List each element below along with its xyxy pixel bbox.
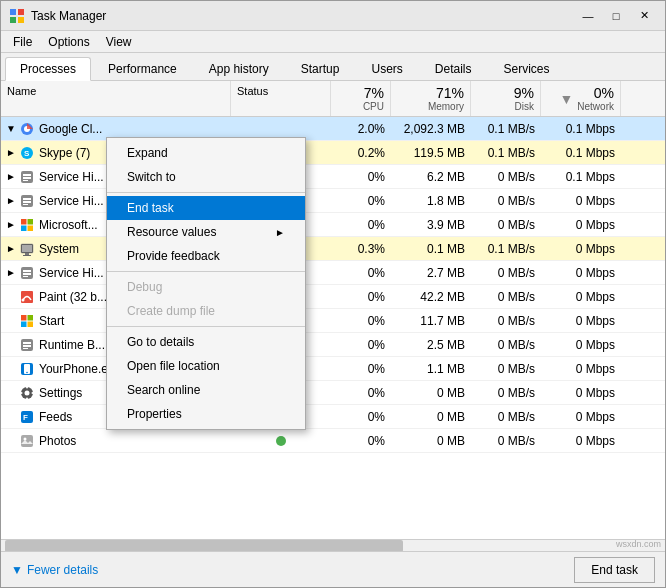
ctx-separator-2 (107, 271, 305, 272)
expand-icon[interactable] (5, 411, 17, 423)
minimize-button[interactable]: — (575, 6, 601, 26)
process-disk: 0 MB/s (471, 360, 541, 378)
table-row[interactable]: ▼ Google Cl... 2.0% 2,092.3 MB 0.1 MB/s … (1, 117, 665, 141)
scrollbar-thumb[interactable] (5, 540, 403, 551)
tab-processes[interactable]: Processes (5, 57, 91, 81)
process-disk: 0 MB/s (471, 192, 541, 210)
table-row[interactable]: ► Service Hi... 0% 6.2 MB 0 MB/s (1, 165, 665, 189)
tab-app-history[interactable]: App history (194, 57, 284, 80)
expand-icon[interactable]: ► (5, 171, 17, 183)
process-memory: 6.2 MB (391, 168, 471, 186)
expand-icon[interactable] (5, 339, 17, 351)
expand-icon[interactable]: ► (5, 219, 17, 231)
process-network: 0.1 Mbps (541, 120, 621, 138)
maximize-button[interactable]: □ (603, 6, 629, 26)
process-network: 0 Mbps (541, 192, 621, 210)
expand-icon[interactable] (5, 387, 17, 399)
menu-options[interactable]: Options (40, 33, 97, 51)
col-header-memory[interactable]: 71% Memory (391, 81, 471, 116)
svg-rect-10 (23, 177, 31, 179)
process-name: Runtime B... (39, 338, 105, 352)
tab-details[interactable]: Details (420, 57, 487, 80)
process-name: Microsoft... (39, 218, 98, 232)
table-row[interactable]: ► Microsoft... 0% 3.9 MB 0 MB/s (1, 213, 665, 237)
col-header-status[interactable]: Status (231, 81, 331, 116)
svg-rect-11 (23, 180, 28, 181)
fewer-details-button[interactable]: ▼ Fewer details (11, 563, 98, 577)
expand-icon[interactable] (5, 435, 17, 447)
process-name: Photos (39, 434, 76, 448)
ctx-end-task[interactable]: End task (107, 196, 305, 220)
ctx-open-file-location[interactable]: Open file location (107, 354, 305, 378)
ctx-create-dump: Create dump file (107, 299, 305, 323)
ctx-resource-values[interactable]: Resource values ► (107, 220, 305, 244)
end-task-button[interactable]: End task (574, 557, 655, 583)
process-disk: 0.1 MB/s (471, 240, 541, 258)
expand-icon[interactable] (5, 291, 17, 303)
process-network: 0 Mbps (541, 216, 621, 234)
ctx-go-to-details[interactable]: Go to details (107, 330, 305, 354)
expand-icon[interactable]: ► (5, 147, 17, 159)
process-network: 0 Mbps (541, 312, 621, 330)
table-row[interactable]: ► S Skype (7) 0.2% 119.5 MB 0.1 MB/s 0.1… (1, 141, 665, 165)
svg-rect-21 (25, 253, 29, 255)
ctx-debug: Debug (107, 275, 305, 299)
table-row[interactable]: ► Service Hi... 0% 1.8 MB 0 MB/s (1, 189, 665, 213)
scrollbar-track[interactable] (1, 540, 665, 551)
tab-startup[interactable]: Startup (286, 57, 355, 80)
table-row[interactable]: Runtime B... 0% 2.5 MB 0 MB/s 0 Mbps (1, 333, 665, 357)
tab-users[interactable]: Users (356, 57, 417, 80)
menu-file[interactable]: File (5, 33, 40, 51)
ctx-provide-feedback[interactable]: Provide feedback (107, 244, 305, 268)
expand-icon[interactable]: ► (5, 195, 17, 207)
table-row[interactable]: F Feeds 0% 0 MB 0 MB/s 0 Mbps (1, 405, 665, 429)
process-memory: 0 MB (391, 384, 471, 402)
table-row[interactable]: Photos 0% 0 MB 0 MB/s 0 Mbps (1, 429, 665, 453)
col-header-disk[interactable]: 9% Disk (471, 81, 541, 116)
title-bar: Task Manager — □ ✕ (1, 1, 665, 31)
expand-icon[interactable] (5, 363, 17, 375)
expand-icon[interactable]: ► (5, 267, 17, 279)
table-row[interactable]: Paint (32 b... 0% 42.2 MB 0 MB/s 0 Mbps (1, 285, 665, 309)
table-row[interactable]: ► Service Hi... 0% 2.7 MB 0 MB/s (1, 261, 665, 285)
process-name: Service Hi... (39, 194, 104, 208)
ctx-switch-to[interactable]: Switch to (107, 165, 305, 189)
svg-rect-36 (23, 345, 31, 347)
ctx-properties[interactable]: Properties (107, 402, 305, 426)
ctx-search-online[interactable]: Search online (107, 378, 305, 402)
ctx-separator-3 (107, 326, 305, 327)
process-cpu: 0% (331, 192, 391, 210)
svg-rect-19 (28, 225, 34, 231)
col-header-cpu[interactable]: 7% CPU (331, 81, 391, 116)
process-name: System (39, 242, 79, 256)
title-controls: — □ ✕ (575, 6, 657, 26)
process-disk: 0 MB/s (471, 264, 541, 282)
process-icon (19, 385, 35, 401)
table-row[interactable]: ► System 0.3% 0.1 MB 0.1 MB/s 0 (1, 237, 665, 261)
process-memory: 0.1 MB (391, 240, 471, 258)
horizontal-scrollbar[interactable] (1, 539, 665, 551)
table-row[interactable]: YourPhone.exe (2) 0% 1.1 MB 0 MB/s 0 Mbp… (1, 357, 665, 381)
table-row[interactable]: Settings 0% 0 MB 0 MB/s 0 Mbps (1, 381, 665, 405)
ctx-submenu-arrow: ► (275, 227, 285, 238)
process-status (231, 127, 331, 131)
process-disk: 0 MB/s (471, 408, 541, 426)
col-header-name[interactable]: Name (1, 81, 231, 116)
tab-services[interactable]: Services (489, 57, 565, 80)
table-row[interactable]: Start 0% 11.7 MB 0 MB/s 0 Mbps (1, 309, 665, 333)
svg-rect-49 (21, 435, 33, 447)
process-disk: 0 MB/s (471, 336, 541, 354)
process-memory: 2.7 MB (391, 264, 471, 282)
svg-rect-31 (28, 315, 34, 321)
col-header-network[interactable]: ▼ 0% Network (541, 81, 621, 116)
tab-performance[interactable]: Performance (93, 57, 192, 80)
table-area: Name Status 7% CPU 71% Memory 9% Disk ▼ (1, 81, 665, 551)
expand-icon[interactable]: ▼ (5, 123, 17, 135)
svg-rect-14 (23, 201, 31, 203)
ctx-expand[interactable]: Expand (107, 141, 305, 165)
menu-view[interactable]: View (98, 33, 140, 51)
expand-icon[interactable]: ► (5, 243, 17, 255)
close-button[interactable]: ✕ (631, 6, 657, 26)
svg-point-43 (26, 386, 28, 388)
expand-icon[interactable] (5, 315, 17, 327)
